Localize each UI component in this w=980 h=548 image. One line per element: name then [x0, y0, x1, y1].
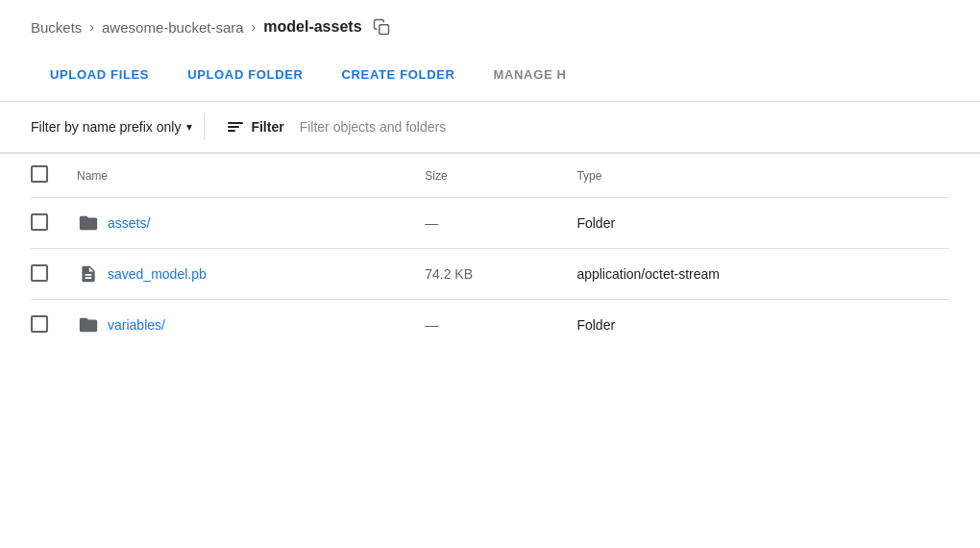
breadcrumb: Buckets › awesome-bucket-sara › model-as…: [0, 0, 980, 48]
row-checkbox[interactable]: [31, 315, 48, 333]
filter-prefix-label: Filter by name prefix only: [31, 119, 181, 135]
name-header: Name: [69, 154, 417, 198]
row-checkbox-cell: [31, 300, 69, 351]
toolbar: UPLOAD FILES UPLOAD FOLDER CREATE FOLDER…: [0, 48, 980, 102]
select-all-checkbox[interactable]: [31, 165, 48, 183]
type-header: Type: [569, 154, 949, 198]
file-table-wrapper: Name Size Type assets/—Folder saved_mode…: [0, 154, 980, 350]
table-row: assets/—Folder: [31, 198, 949, 249]
row-checkbox[interactable]: [31, 264, 48, 282]
breadcrumb-chevron-1: ›: [89, 19, 94, 35]
upload-folder-button[interactable]: UPLOAD FOLDER: [168, 56, 322, 93]
filter-prefix-dropdown[interactable]: Filter by name prefix only ▾: [31, 113, 205, 140]
check-header[interactable]: [31, 154, 69, 198]
folder-icon: [77, 313, 100, 336]
filter-bar: Filter by name prefix only ▾ Filter Filt…: [0, 102, 980, 154]
breadcrumb-current: model-assets: [263, 18, 361, 36]
svg-rect-0: [379, 25, 388, 35]
size-header: Size: [417, 154, 569, 198]
copy-path-icon[interactable]: [372, 17, 391, 37]
breadcrumb-chevron-2: ›: [252, 19, 257, 35]
filter-objects-placeholder[interactable]: Filter objects and folders: [300, 119, 447, 135]
create-folder-button[interactable]: CREATE FOLDER: [323, 56, 475, 93]
row-name-cell: variables/: [69, 300, 417, 351]
upload-files-button[interactable]: UPLOAD FILES: [31, 56, 168, 93]
filter-button-label: Filter: [251, 119, 283, 135]
row-size-cell: —: [417, 198, 569, 249]
breadcrumb-bucket-name[interactable]: awesome-bucket-sara: [102, 19, 244, 36]
row-checkbox-cell: [31, 249, 69, 300]
filter-prefix-chevron-icon: ▾: [186, 120, 192, 134]
filter-button[interactable]: Filter: [220, 113, 291, 140]
row-name-link[interactable]: saved_model.pb: [108, 266, 207, 282]
table-row: variables/—Folder: [31, 300, 949, 351]
file-table: Name Size Type assets/—Folder saved_mode…: [31, 154, 949, 350]
row-checkbox[interactable]: [31, 213, 48, 231]
row-name-link[interactable]: assets/: [108, 215, 150, 231]
file-icon: [77, 262, 100, 286]
breadcrumb-buckets[interactable]: Buckets: [31, 19, 82, 36]
table-header-row: Name Size Type: [31, 154, 949, 198]
row-type-cell: application/octet-stream: [569, 249, 949, 300]
folder-icon: [77, 212, 100, 235]
row-checkbox-cell: [31, 198, 69, 249]
table-row: saved_model.pb74.2 KBapplication/octet-s…: [31, 249, 949, 300]
filter-lines-icon: [228, 122, 243, 132]
row-name-link[interactable]: variables/: [108, 317, 165, 333]
row-size-cell: —: [417, 300, 569, 351]
manage-h-button[interactable]: MANAGE H: [475, 56, 586, 93]
row-name-cell: assets/: [69, 198, 417, 249]
row-name-cell: saved_model.pb: [69, 249, 417, 300]
row-type-cell: Folder: [569, 300, 949, 351]
row-size-cell: 74.2 KB: [417, 249, 569, 300]
row-type-cell: Folder: [569, 198, 949, 249]
